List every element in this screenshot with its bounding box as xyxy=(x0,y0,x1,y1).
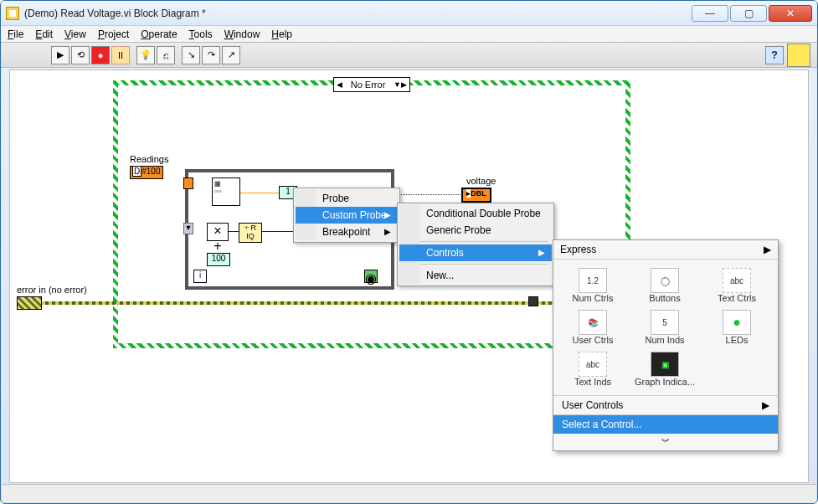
ctx-separator xyxy=(403,264,548,265)
loop-condition-terminal[interactable]: ◉ xyxy=(364,270,378,283)
readings-terminal[interactable]: D#100 xyxy=(130,166,163,179)
graph-inds-icon: ▣ xyxy=(651,352,679,377)
submenu-arrow-icon: ▶ xyxy=(384,227,391,236)
pause-button[interactable]: II xyxy=(111,46,130,64)
menubar: File Edit View Project Operate Tools Win… xyxy=(1,26,817,43)
user-ctrls-icon: 📚 xyxy=(579,310,607,335)
palette-title: Express xyxy=(560,244,596,255)
block-diagram-canvas[interactable]: ◀ No Error ▼ ▶ Readings D#100 voltage ▸D… xyxy=(9,69,809,483)
build-array-node[interactable]: ▦▫▫▫ xyxy=(212,177,240,206)
palette-buttons[interactable]: ◯Buttons xyxy=(629,266,701,305)
menu-operate[interactable]: Operate xyxy=(141,28,177,40)
palette-num-inds[interactable]: 5Num Inds xyxy=(629,308,701,347)
ctx-breakpoint[interactable]: Breakpoint▶ xyxy=(296,224,398,240)
menu-view[interactable]: View xyxy=(64,28,86,40)
step-out-button[interactable]: ↗ xyxy=(222,46,240,64)
app-window: (Demo) Read Voltage.vi Block Diagram * —… xyxy=(0,0,818,504)
text-ctrls-icon: abc xyxy=(723,268,751,293)
menu-window[interactable]: Window xyxy=(224,28,260,40)
ctx-probe[interactable]: Probe xyxy=(296,190,398,207)
palette-text-inds[interactable]: abcText Inds xyxy=(557,350,629,388)
menu-edit[interactable]: Edit xyxy=(35,28,53,40)
app-icon xyxy=(6,7,19,20)
minimize-button[interactable]: — xyxy=(692,5,728,22)
step-over-button[interactable]: ↷ xyxy=(202,46,220,64)
palette-expand-icon[interactable]: ︾ xyxy=(553,434,778,450)
shift-reg-left[interactable]: ▼ xyxy=(183,223,193,234)
voltage-label: voltage xyxy=(466,176,496,186)
case-next-icon[interactable]: ▶ xyxy=(401,80,407,89)
error-tunnel-out[interactable] xyxy=(528,296,538,306)
leds-icon: ● xyxy=(723,310,751,335)
num-inds-icon: 5 xyxy=(651,310,679,335)
run-continuous-button[interactable]: ⟲ xyxy=(71,46,90,64)
compound-arith-node[interactable]: ×+ xyxy=(207,223,229,241)
palette-user-controls-row[interactable]: User Controls▶ xyxy=(553,395,778,414)
ctx-controls[interactable]: Controls▶ xyxy=(399,244,552,261)
iteration-terminal[interactable]: i xyxy=(193,270,207,283)
vi-icon[interactable] xyxy=(787,44,810,67)
ctx-generic-probe[interactable]: Generic Probe xyxy=(399,222,552,239)
submenu-arrow-icon: ▶ xyxy=(384,210,391,219)
divide-node[interactable]: ÷ RIQ xyxy=(239,223,262,243)
palette-text-ctrls[interactable]: abcText Ctrls xyxy=(701,266,773,305)
palette-grid: 1.2Num Ctrls ◯Buttons abcText Ctrls 📚Use… xyxy=(553,260,778,395)
submenu-arrow-icon: ▶ xyxy=(538,248,545,257)
palette-select-control-row[interactable]: Select a Control... xyxy=(553,414,778,434)
tunnel-left-1[interactable] xyxy=(183,177,193,189)
case-prev-icon[interactable]: ◀ xyxy=(337,80,342,89)
close-button[interactable]: ✕ xyxy=(769,5,812,22)
run-button[interactable]: ▶ xyxy=(51,46,69,64)
highlight-button[interactable]: 💡 xyxy=(136,46,155,64)
palette-leds[interactable]: ●LEDs xyxy=(701,308,773,347)
submenu-arrow-icon: ▶ xyxy=(762,399,769,411)
case-selector[interactable]: ◀ No Error ▼ ▶ xyxy=(333,77,410,92)
context-menu-1: Probe Custom Probe▶ Breakpoint▶ xyxy=(293,188,400,243)
context-menu-2: Conditional Double Probe Generic Probe C… xyxy=(397,203,554,286)
error-in-terminal[interactable] xyxy=(17,296,42,310)
case-selector-value: No Error xyxy=(342,80,394,90)
buttons-icon: ◯ xyxy=(651,268,679,293)
toolbar: ▶ ⟲ ● II 💡 ⎌ ↘ ↷ ↗ ? xyxy=(1,43,817,68)
error-wire-left[interactable] xyxy=(42,301,116,305)
controls-palette: Express ▶ 1.2Num Ctrls ◯Buttons abcText … xyxy=(553,239,779,451)
readings-label: Readings xyxy=(130,154,168,164)
num-ctrls-icon: 1.2 xyxy=(579,268,607,293)
palette-user-ctrls[interactable]: 📚User Ctrls xyxy=(557,308,629,347)
error-wire-inner[interactable] xyxy=(116,301,625,305)
case-dropdown-icon[interactable]: ▼ xyxy=(394,80,401,89)
error-in-label: error in (no error) xyxy=(17,285,87,295)
titlebar: (Demo) Read Voltage.vi Block Diagram * —… xyxy=(1,1,817,26)
palette-graph-inds[interactable]: ▣Graph Indica... xyxy=(629,350,701,388)
palette-header[interactable]: Express ▶ xyxy=(553,240,778,260)
ctx-custom-probe[interactable]: Custom Probe▶ xyxy=(296,207,398,224)
retain-wire-button[interactable]: ⎌ xyxy=(157,46,175,64)
step-into-button[interactable]: ↘ xyxy=(182,46,200,64)
const-100[interactable]: 100 xyxy=(207,253,230,266)
ctx-new[interactable]: New... xyxy=(399,267,552,284)
ctx-separator xyxy=(403,241,548,242)
voltage-indicator[interactable]: ▸DBL xyxy=(461,188,491,203)
statusbar xyxy=(2,484,816,502)
menu-help[interactable]: Help xyxy=(271,28,292,40)
submenu-arrow-icon: ▶ xyxy=(764,244,771,255)
text-inds-icon: abc xyxy=(579,352,607,377)
abort-button[interactable]: ● xyxy=(91,46,110,64)
maximize-button[interactable]: ▢ xyxy=(730,5,767,22)
palette-num-ctrls[interactable]: 1.2Num Ctrls xyxy=(557,266,629,305)
menu-file[interactable]: File xyxy=(8,28,23,40)
window-buttons: — ▢ ✕ xyxy=(690,5,812,22)
ctx-conditional-double-probe[interactable]: Conditional Double Probe xyxy=(399,205,552,222)
menu-project[interactable]: Project xyxy=(98,28,129,40)
menu-tools[interactable]: Tools xyxy=(189,28,213,40)
help-button[interactable]: ? xyxy=(765,46,784,64)
window-title: (Demo) Read Voltage.vi Block Diagram * xyxy=(24,8,690,19)
